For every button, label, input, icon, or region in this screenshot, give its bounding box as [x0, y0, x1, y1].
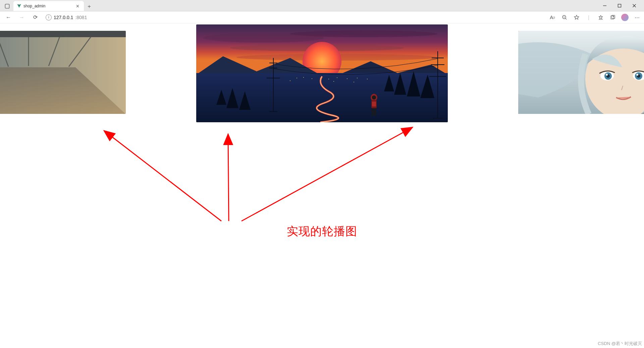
svg-point-31 — [290, 30, 438, 37]
svg-line-7 — [566, 18, 567, 19]
svg-line-71 — [241, 127, 413, 221]
tab-title: shop_admin — [23, 4, 45, 8]
zoom-out-icon[interactable] — [561, 14, 568, 21]
carousel-track — [0, 23, 644, 123]
window-controls — [597, 3, 642, 11]
new-tab-button[interactable]: ＋ — [85, 2, 94, 11]
svg-point-64 — [606, 74, 608, 76]
svg-point-49 — [372, 95, 376, 99]
favorites-bar-icon[interactable] — [597, 14, 604, 21]
svg-point-36 — [297, 78, 297, 78]
forward-button[interactable]: → — [17, 12, 27, 22]
more-icon[interactable]: ⋯ — [633, 14, 641, 21]
profile-avatar[interactable] — [621, 14, 629, 21]
carousel[interactable] — [0, 23, 644, 123]
svg-rect-53 — [372, 101, 376, 107]
browser-tab[interactable]: shop_admin ✕ — [13, 1, 84, 11]
svg-rect-51 — [372, 108, 374, 116]
maximize-button[interactable] — [615, 3, 624, 9]
favorite-icon[interactable] — [573, 14, 580, 21]
carousel-slide-prev[interactable] — [0, 31, 126, 114]
site-info-icon[interactable]: i — [46, 14, 52, 20]
svg-line-70 — [228, 134, 229, 221]
minimize-button[interactable] — [600, 3, 609, 9]
watermark: CSDN @若丶时光破灭 — [598, 341, 642, 347]
back-button[interactable]: ← — [3, 12, 13, 22]
refresh-button[interactable]: ⟳ — [30, 12, 40, 22]
collections-icon[interactable] — [609, 14, 616, 21]
svg-point-38 — [312, 78, 312, 79]
tab-close-button[interactable]: ✕ — [75, 4, 80, 9]
svg-point-41 — [337, 77, 337, 78]
close-window-button[interactable] — [630, 3, 639, 9]
svg-rect-0 — [5, 4, 9, 8]
svg-point-44 — [367, 79, 368, 79]
vue-favicon-icon — [17, 4, 21, 8]
svg-point-37 — [303, 77, 304, 78]
url-host: 127.0.0.1 — [54, 15, 73, 20]
svg-point-46 — [333, 81, 334, 82]
svg-line-69 — [104, 131, 221, 221]
url-input[interactable]: i 127.0.0.1:8081 — [44, 14, 545, 20]
svg-rect-28 — [0, 31, 126, 114]
svg-rect-2 — [618, 4, 621, 7]
browser-address-bar: ← → ⟳ i 127.0.0.1:8081 A)) | ⋯ — [0, 11, 644, 23]
svg-point-45 — [290, 80, 290, 81]
url-port: :8081 — [75, 15, 87, 20]
page-content: 实现的轮播图 CSDN @若丶时光破灭 — [0, 23, 644, 348]
read-aloud-icon[interactable]: A)) — [549, 14, 556, 21]
tab-overview-button[interactable] — [2, 1, 12, 11]
browser-tab-strip: shop_admin ✕ ＋ — [0, 0, 644, 11]
annotation-label: 实现的轮播图 — [287, 224, 357, 239]
browser-right-icons: A)) | ⋯ — [549, 14, 641, 21]
svg-point-68 — [636, 74, 638, 76]
svg-point-40 — [328, 79, 329, 79]
svg-point-47 — [354, 82, 354, 82]
carousel-slide-active[interactable] — [196, 24, 448, 122]
svg-rect-52 — [374, 108, 376, 116]
svg-point-42 — [347, 78, 347, 79]
svg-point-43 — [357, 78, 358, 78]
carousel-slide-next[interactable] — [518, 31, 644, 114]
